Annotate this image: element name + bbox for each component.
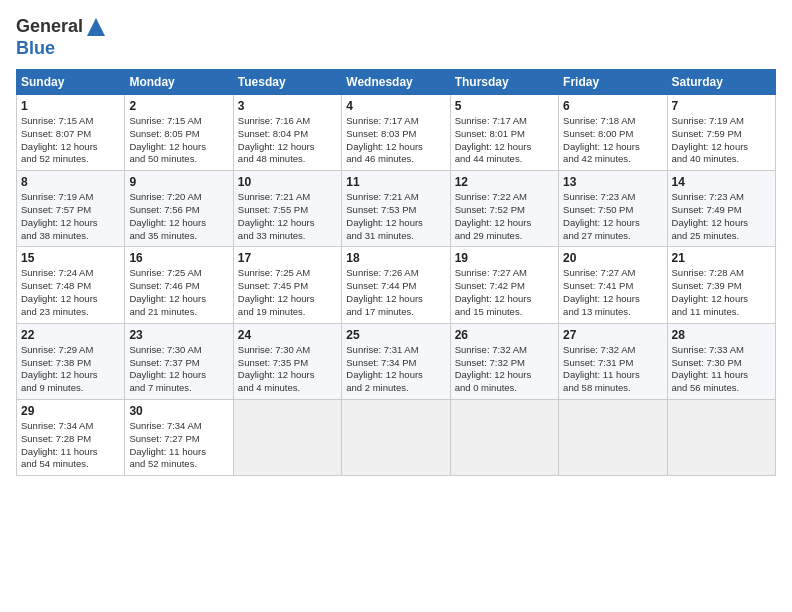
- day-info: Sunrise: 7:15 AMSunset: 8:07 PMDaylight:…: [21, 115, 120, 166]
- day-number: 16: [129, 251, 228, 265]
- day-info: Sunrise: 7:30 AMSunset: 7:37 PMDaylight:…: [129, 344, 228, 395]
- day-number: 4: [346, 99, 445, 113]
- logo: General Blue: [16, 16, 107, 59]
- day-number: 19: [455, 251, 554, 265]
- calendar-cell: 27Sunrise: 7:32 AMSunset: 7:31 PMDayligh…: [559, 323, 667, 399]
- calendar-cell: 9Sunrise: 7:20 AMSunset: 7:56 PMDaylight…: [125, 171, 233, 247]
- day-number: 28: [672, 328, 771, 342]
- day-info: Sunrise: 7:17 AMSunset: 8:03 PMDaylight:…: [346, 115, 445, 166]
- calendar-cell: [233, 399, 341, 475]
- calendar-cell: 20Sunrise: 7:27 AMSunset: 7:41 PMDayligh…: [559, 247, 667, 323]
- calendar-cell: 23Sunrise: 7:30 AMSunset: 7:37 PMDayligh…: [125, 323, 233, 399]
- calendar-cell: 12Sunrise: 7:22 AMSunset: 7:52 PMDayligh…: [450, 171, 558, 247]
- day-info: Sunrise: 7:26 AMSunset: 7:44 PMDaylight:…: [346, 267, 445, 318]
- day-number: 15: [21, 251, 120, 265]
- day-number: 10: [238, 175, 337, 189]
- calendar-cell: 11Sunrise: 7:21 AMSunset: 7:53 PMDayligh…: [342, 171, 450, 247]
- day-number: 27: [563, 328, 662, 342]
- day-info: Sunrise: 7:25 AMSunset: 7:45 PMDaylight:…: [238, 267, 337, 318]
- calendar-cell: [450, 399, 558, 475]
- calendar-cell: 22Sunrise: 7:29 AMSunset: 7:38 PMDayligh…: [17, 323, 125, 399]
- day-info: Sunrise: 7:30 AMSunset: 7:35 PMDaylight:…: [238, 344, 337, 395]
- calendar-cell: [667, 399, 775, 475]
- calendar-cell: 29Sunrise: 7:34 AMSunset: 7:28 PMDayligh…: [17, 399, 125, 475]
- calendar-table: Sunday Monday Tuesday Wednesday Thursday…: [16, 69, 776, 476]
- calendar-cell: 15Sunrise: 7:24 AMSunset: 7:48 PMDayligh…: [17, 247, 125, 323]
- day-info: Sunrise: 7:21 AMSunset: 7:53 PMDaylight:…: [346, 191, 445, 242]
- calendar-cell: 25Sunrise: 7:31 AMSunset: 7:34 PMDayligh…: [342, 323, 450, 399]
- calendar-cell: 28Sunrise: 7:33 AMSunset: 7:30 PMDayligh…: [667, 323, 775, 399]
- day-info: Sunrise: 7:16 AMSunset: 8:04 PMDaylight:…: [238, 115, 337, 166]
- header-saturday: Saturday: [667, 69, 775, 94]
- calendar-cell: 8Sunrise: 7:19 AMSunset: 7:57 PMDaylight…: [17, 171, 125, 247]
- day-info: Sunrise: 7:25 AMSunset: 7:46 PMDaylight:…: [129, 267, 228, 318]
- day-number: 1: [21, 99, 120, 113]
- day-number: 17: [238, 251, 337, 265]
- day-info: Sunrise: 7:32 AMSunset: 7:32 PMDaylight:…: [455, 344, 554, 395]
- day-number: 5: [455, 99, 554, 113]
- day-number: 29: [21, 404, 120, 418]
- header-monday: Monday: [125, 69, 233, 94]
- day-info: Sunrise: 7:19 AMSunset: 7:59 PMDaylight:…: [672, 115, 771, 166]
- header: General Blue: [16, 16, 776, 59]
- day-number: 3: [238, 99, 337, 113]
- day-info: Sunrise: 7:20 AMSunset: 7:56 PMDaylight:…: [129, 191, 228, 242]
- day-info: Sunrise: 7:15 AMSunset: 8:05 PMDaylight:…: [129, 115, 228, 166]
- svg-marker-0: [87, 18, 105, 36]
- day-number: 21: [672, 251, 771, 265]
- calendar-cell: 17Sunrise: 7:25 AMSunset: 7:45 PMDayligh…: [233, 247, 341, 323]
- day-number: 13: [563, 175, 662, 189]
- day-number: 22: [21, 328, 120, 342]
- day-info: Sunrise: 7:22 AMSunset: 7:52 PMDaylight:…: [455, 191, 554, 242]
- calendar-cell: 18Sunrise: 7:26 AMSunset: 7:44 PMDayligh…: [342, 247, 450, 323]
- logo-blue: Blue: [16, 38, 107, 59]
- day-number: 18: [346, 251, 445, 265]
- logo-general: General: [16, 16, 83, 36]
- calendar-cell: 10Sunrise: 7:21 AMSunset: 7:55 PMDayligh…: [233, 171, 341, 247]
- day-info: Sunrise: 7:34 AMSunset: 7:28 PMDaylight:…: [21, 420, 120, 471]
- calendar-cell: [559, 399, 667, 475]
- header-thursday: Thursday: [450, 69, 558, 94]
- day-info: Sunrise: 7:27 AMSunset: 7:42 PMDaylight:…: [455, 267, 554, 318]
- calendar-cell: [342, 399, 450, 475]
- calendar-cell: 16Sunrise: 7:25 AMSunset: 7:46 PMDayligh…: [125, 247, 233, 323]
- header-sunday: Sunday: [17, 69, 125, 94]
- day-info: Sunrise: 7:27 AMSunset: 7:41 PMDaylight:…: [563, 267, 662, 318]
- calendar-cell: 3Sunrise: 7:16 AMSunset: 8:04 PMDaylight…: [233, 94, 341, 170]
- day-number: 7: [672, 99, 771, 113]
- day-number: 2: [129, 99, 228, 113]
- day-number: 23: [129, 328, 228, 342]
- day-info: Sunrise: 7:23 AMSunset: 7:50 PMDaylight:…: [563, 191, 662, 242]
- day-number: 14: [672, 175, 771, 189]
- day-info: Sunrise: 7:31 AMSunset: 7:34 PMDaylight:…: [346, 344, 445, 395]
- day-info: Sunrise: 7:17 AMSunset: 8:01 PMDaylight:…: [455, 115, 554, 166]
- day-number: 8: [21, 175, 120, 189]
- day-info: Sunrise: 7:18 AMSunset: 8:00 PMDaylight:…: [563, 115, 662, 166]
- day-number: 6: [563, 99, 662, 113]
- day-info: Sunrise: 7:21 AMSunset: 7:55 PMDaylight:…: [238, 191, 337, 242]
- calendar-cell: 14Sunrise: 7:23 AMSunset: 7:49 PMDayligh…: [667, 171, 775, 247]
- calendar-cell: 24Sunrise: 7:30 AMSunset: 7:35 PMDayligh…: [233, 323, 341, 399]
- calendar-cell: 26Sunrise: 7:32 AMSunset: 7:32 PMDayligh…: [450, 323, 558, 399]
- calendar-cell: 4Sunrise: 7:17 AMSunset: 8:03 PMDaylight…: [342, 94, 450, 170]
- day-number: 9: [129, 175, 228, 189]
- day-info: Sunrise: 7:23 AMSunset: 7:49 PMDaylight:…: [672, 191, 771, 242]
- day-info: Sunrise: 7:32 AMSunset: 7:31 PMDaylight:…: [563, 344, 662, 395]
- weekday-header-row: Sunday Monday Tuesday Wednesday Thursday…: [17, 69, 776, 94]
- calendar-cell: 1Sunrise: 7:15 AMSunset: 8:07 PMDaylight…: [17, 94, 125, 170]
- calendar-cell: 5Sunrise: 7:17 AMSunset: 8:01 PMDaylight…: [450, 94, 558, 170]
- day-info: Sunrise: 7:19 AMSunset: 7:57 PMDaylight:…: [21, 191, 120, 242]
- calendar-cell: 21Sunrise: 7:28 AMSunset: 7:39 PMDayligh…: [667, 247, 775, 323]
- day-number: 25: [346, 328, 445, 342]
- header-wednesday: Wednesday: [342, 69, 450, 94]
- day-info: Sunrise: 7:34 AMSunset: 7:27 PMDaylight:…: [129, 420, 228, 471]
- page-container: General Blue Sunday Monday Tuesday Wedne…: [0, 0, 792, 484]
- calendar-cell: 19Sunrise: 7:27 AMSunset: 7:42 PMDayligh…: [450, 247, 558, 323]
- day-number: 26: [455, 328, 554, 342]
- calendar-cell: 2Sunrise: 7:15 AMSunset: 8:05 PMDaylight…: [125, 94, 233, 170]
- header-friday: Friday: [559, 69, 667, 94]
- day-info: Sunrise: 7:33 AMSunset: 7:30 PMDaylight:…: [672, 344, 771, 395]
- day-info: Sunrise: 7:29 AMSunset: 7:38 PMDaylight:…: [21, 344, 120, 395]
- calendar-cell: 6Sunrise: 7:18 AMSunset: 8:00 PMDaylight…: [559, 94, 667, 170]
- calendar-cell: 13Sunrise: 7:23 AMSunset: 7:50 PMDayligh…: [559, 171, 667, 247]
